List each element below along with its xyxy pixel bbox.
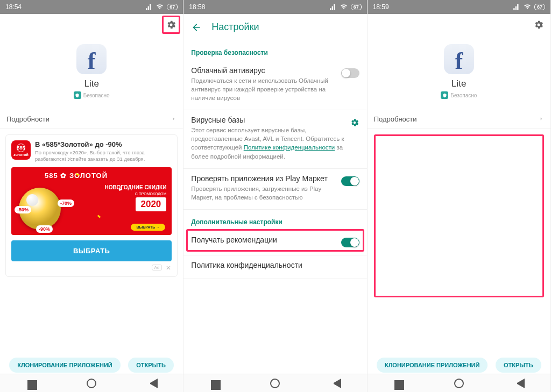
signal-icon [145,3,153,11]
nav-recent-icon[interactable] [209,379,219,388]
nav-recent-icon[interactable] [26,379,36,388]
status-icons: 67 [145,3,178,11]
cloud-antivirus-title: Облачный антивирус [191,66,336,75]
app-icon: f [76,44,107,74]
screen-content: f Lite Безопасно Подробности КЛОНИРОВАНИ… [368,14,550,392]
nav-home-icon[interactable] [87,379,96,388]
screen-2: 18:58 67 Настройки Проверка безопасности… [183,0,367,392]
screen-1: 18:54 67 f Lite Безопасно Подробности 58… [0,0,183,392]
clone-apps-button[interactable]: КЛОНИРОВАНИЕ ПРИЛОЖЕНИЙ [9,358,120,373]
facebook-glyph: f [455,49,463,73]
cloud-antivirus-toggle[interactable] [341,68,359,78]
app-name: Lite [368,79,550,89]
sale-tag-50: -50% [15,206,31,213]
banner-inner-cta: ВЫБРАТЬ → [131,224,165,231]
setting-privacy-policy[interactable]: Политика конфиденциальности [183,255,366,279]
empty-ad-area [374,134,544,297]
settings-button[interactable] [532,18,545,31]
setting-recommendations[interactable]: Получать рекомендации [183,230,366,255]
setting-virus-db[interactable]: Вирусные базы Этот сервис использует вир… [183,110,366,168]
screen-content: f Lite Безопасно Подробности 585золотой … [0,14,183,392]
nav-back-icon[interactable] [515,379,525,388]
shield-badge-icon [441,91,448,99]
settings-content: Настройки Проверка безопасности Облачный… [183,14,366,392]
virus-db-title: Вирусные базы [191,116,345,124]
ad-title: В «585*Золотой» до -90% [35,140,172,148]
nav-back-icon[interactable] [148,379,158,388]
facebook-glyph: f [88,49,96,73]
android-navbar [368,374,550,392]
settings-header: Настройки [183,14,366,40]
clone-apps-button[interactable]: КЛОНИРОВАНИЕ ПРИЛОЖЕНИЙ [377,358,488,373]
wifi-icon [524,3,531,11]
chevron-right-icon [539,115,544,123]
privacy-policy-link[interactable]: Политике конфиденциальности [244,144,335,151]
battery-indicator: 67 [534,4,545,10]
status-icons: 67 [329,3,362,11]
signal-icon [329,3,337,11]
nav-home-icon[interactable] [270,379,280,388]
battery-indicator: 67 [167,4,178,10]
virus-db-settings-icon[interactable] [350,116,359,130]
battery-indicator: 67 [351,4,362,10]
nav-home-icon[interactable] [454,379,464,388]
nav-back-icon[interactable] [331,379,341,388]
screen-3: 18:59 67 f Lite Безопасно Подробности КЛ… [368,0,551,392]
virus-db-desc: Этот сервис использует вирусные базы, пр… [191,126,345,160]
details-row[interactable]: Подробности [368,110,550,129]
app-name: Lite [0,79,183,89]
check-play-toggle[interactable] [341,176,359,186]
close-ad-icon[interactable] [165,265,172,271]
nav-recent-icon[interactable] [393,379,402,388]
details-label: Подробности [374,115,417,123]
open-button[interactable]: ОТКРЫТЬ [496,358,541,373]
status-time: 18:59 [373,3,389,11]
privacy-policy-title: Политика конфиденциальности [191,261,359,269]
safety-label: Безопасно [83,92,110,98]
sale-tag-70: -70% [58,199,74,207]
safety-label: Безопасно [450,92,477,98]
wifi-icon [340,3,348,11]
setting-cloud-antivirus[interactable]: Облачный антивирус Подключаться к сети и… [183,61,366,110]
app-icon: f [444,44,474,74]
section-additional: Дополнительные настройки [183,210,366,230]
open-button[interactable]: ОТКРЫТЬ [128,358,174,373]
bottom-actions: КЛОНИРОВАНИЕ ПРИЛОЖЕНИЙ ОТКРЫТЬ [0,358,183,373]
back-arrow-icon[interactable] [191,22,202,33]
ad-select-button[interactable]: ВЫБРАТЬ [11,240,172,261]
android-navbar [0,374,183,392]
gear-icon [166,19,176,30]
cloud-antivirus-desc: Подключаться к сети и использовать Облач… [191,76,336,102]
ad-banner: 585 ✿ ЗОЛОТОЙ -50% -70% -90% НОВОГОДНИЕ … [11,167,172,235]
check-play-title: Проверять приложения из Play Маркет [191,174,336,183]
setting-check-play-market[interactable]: Проверять приложения из Play Маркет Пров… [183,169,366,210]
details-row[interactable]: Подробности [0,110,183,129]
status-bar: 18:54 67 [0,0,183,14]
safety-row: Безопасно [0,91,183,99]
banner-brand: 585 ✿ ЗОЛОТОЙ [11,167,172,180]
settings-title: Настройки [211,22,259,33]
chevron-right-icon [171,115,176,123]
section-security-check: Проверка безопасности [183,40,366,61]
recommendations-toggle[interactable] [341,238,359,247]
banner-headline: НОВОГОДНИЕ СКИДКИ [104,184,166,190]
signal-icon [513,3,520,11]
banner-promo-code: 2020 [136,197,167,211]
gear-icon [533,19,544,30]
status-bar: 18:58 67 [183,0,366,14]
safety-row: Безопасно [368,91,550,99]
settings-button[interactable] [165,18,178,31]
shield-badge-icon [74,91,81,99]
recommendations-title: Получать рекомендации [191,236,336,244]
ad-logo-icon: 585золотой [11,140,31,160]
check-play-desc: Проверять приложения, загруженные из Pla… [191,184,336,202]
status-time: 18:54 [5,3,22,11]
wifi-icon [156,3,164,11]
ad-subtitle: По промокоду «2020». Выбор такой, что гл… [35,149,172,163]
ad-badge: Ad [152,265,163,270]
ad-header: 585золотой В «585*Золотой» до -90% По пр… [11,140,172,163]
ad-card[interactable]: 585золотой В «585*Золотой» до -90% По пр… [5,134,178,277]
status-bar: 18:59 67 [368,0,550,14]
highlight-empty-area [374,134,544,297]
details-label: Подробности [6,115,50,123]
